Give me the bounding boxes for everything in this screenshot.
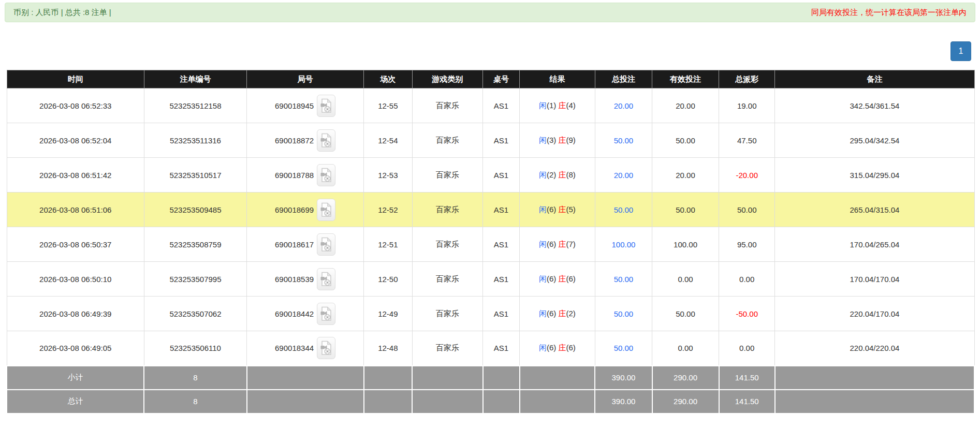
round-id-text: 690018699 — [275, 205, 314, 214]
video-record-button[interactable] — [317, 303, 335, 325]
result-banker-label: 庄 — [558, 309, 566, 318]
column-header-6: 结果 — [520, 70, 595, 88]
cell-result: 闲(3) 庄(9) — [520, 123, 595, 158]
cell-remark: 315.04/295.04 — [775, 158, 974, 193]
cell-time: 2026-03-08 06:50:37 — [7, 227, 144, 262]
cell-table-no: AS1 — [483, 227, 520, 262]
result-banker-label: 庄 — [558, 170, 566, 179]
result-banker-label: 庄 — [558, 343, 566, 352]
summary-row: 总计8390.00290.00141.50 — [7, 390, 974, 413]
cell-round-id: 690018539 — [247, 262, 364, 297]
cell-bet-id: 523253512158 — [144, 88, 246, 123]
cell-table-no: AS1 — [483, 88, 520, 123]
summary-valid-bet: 290.00 — [652, 390, 719, 413]
result-banker-count: (5) — [566, 205, 575, 214]
result-banker-label: 庄 — [558, 274, 566, 283]
video-record-icon — [320, 341, 332, 356]
cell-bet-id: 523253507062 — [144, 297, 246, 331]
cell-bet-total: 50.00 — [595, 123, 652, 158]
summary-payout: 141.50 — [719, 366, 775, 390]
column-header-10: 备注 — [775, 70, 974, 88]
cell-game-type: 百家乐 — [412, 158, 482, 193]
bet-total-link[interactable]: 20.00 — [614, 101, 634, 110]
summary-row: 小计8390.00290.00141.50 — [7, 366, 974, 390]
cell-bet-total: 100.00 — [595, 227, 652, 262]
cell-session: 12-55 — [364, 88, 412, 123]
bet-total-link[interactable]: 100.00 — [611, 240, 635, 249]
cell-session: 12-53 — [364, 158, 412, 193]
cell-payout: 47.50 — [719, 123, 775, 158]
result-player-label: 闲 — [539, 170, 547, 179]
cell-valid-bet: 100.00 — [652, 227, 719, 262]
cell-game-type: 百家乐 — [412, 193, 482, 227]
cell-result: 闲(2) 庄(8) — [520, 158, 595, 193]
video-record-button[interactable] — [317, 129, 335, 152]
video-record-button[interactable] — [317, 95, 335, 117]
summary-bet-total: 390.00 — [595, 366, 652, 390]
table-row: 2026-03-08 06:52:33523253512158690018945… — [7, 88, 974, 123]
cell-bet-id: 523253511316 — [144, 123, 246, 158]
summary-remark — [775, 366, 974, 390]
cell-bet-total: 50.00 — [595, 331, 652, 366]
summary-count: 8 — [144, 366, 246, 390]
round-id-text: 690018945 — [275, 101, 314, 110]
summary-session — [364, 366, 412, 390]
table-row: 2026-03-08 06:50:10523253507995690018539… — [7, 262, 974, 297]
table-row: 2026-03-08 06:49:05523253506110690018344… — [7, 331, 974, 366]
column-header-4: 游戏类别 — [412, 70, 482, 88]
cell-valid-bet: 50.00 — [652, 297, 719, 331]
pagination: 1 — [0, 41, 971, 61]
column-header-1: 注单编号 — [144, 70, 246, 88]
table-row: 2026-03-08 06:52:04523253511316690018872… — [7, 123, 974, 158]
video-record-icon — [320, 272, 332, 287]
cell-remark: 220.04/220.04 — [775, 331, 974, 366]
cell-table-no: AS1 — [483, 331, 520, 366]
cell-round-id: 690018872 — [247, 123, 364, 158]
round-id-with-video: 690018788 — [275, 164, 335, 186]
cell-time: 2026-03-08 06:51:06 — [7, 193, 144, 227]
cell-valid-bet: 20.00 — [652, 158, 719, 193]
cell-table-no: AS1 — [483, 262, 520, 297]
bet-records-table: 时间注单编号局号场次游戏类别桌号结果总投注有效投注总派彩备注 2026-03-0… — [6, 70, 975, 414]
video-record-button[interactable] — [317, 268, 335, 290]
cell-bet-total: 50.00 — [595, 193, 652, 227]
cell-valid-bet: 50.00 — [652, 193, 719, 227]
result-player-count: (3) — [547, 136, 559, 144]
valid-bet-notice-text: 同局有效投注，统一计算在该局第一张注单内 — [811, 8, 967, 18]
bet-total-link[interactable]: 20.00 — [614, 171, 634, 180]
currency-summary-bar: 币别 : 人民币 | 总共 :8 注单 | 同局有效投注，统一计算在该局第一张注… — [5, 3, 975, 22]
video-record-button[interactable] — [317, 199, 335, 221]
cell-result: 闲(6) 庄(6) — [520, 262, 595, 297]
cell-session: 12-51 — [364, 227, 412, 262]
cell-round-id: 690018788 — [247, 158, 364, 193]
bet-total-link[interactable]: 50.00 — [614, 309, 634, 318]
cell-valid-bet: 50.00 — [652, 123, 719, 158]
bet-total-link[interactable]: 50.00 — [614, 136, 634, 145]
cell-bet-total: 50.00 — [595, 297, 652, 331]
column-header-7: 总投注 — [595, 70, 652, 88]
table-row: 2026-03-08 06:49:39523253507062690018442… — [7, 297, 974, 331]
cell-game-type: 百家乐 — [412, 262, 482, 297]
table-row: 2026-03-08 06:51:42523253510517690018788… — [7, 158, 974, 193]
video-record-icon — [320, 237, 332, 252]
result-banker-label: 庄 — [558, 136, 566, 144]
cell-valid-bet: 0.00 — [652, 262, 719, 297]
cell-time: 2026-03-08 06:51:42 — [7, 158, 144, 193]
cell-game-type: 百家乐 — [412, 297, 482, 331]
video-record-button[interactable] — [317, 337, 335, 359]
summary-round — [247, 366, 364, 390]
summary-table-no — [483, 390, 520, 413]
page-1-button[interactable]: 1 — [950, 41, 971, 61]
cell-result: 闲(6) 庄(6) — [520, 331, 595, 366]
bet-total-link[interactable]: 50.00 — [614, 275, 634, 284]
video-record-button[interactable] — [317, 233, 335, 256]
summary-remark — [775, 390, 974, 413]
video-record-button[interactable] — [317, 164, 335, 186]
cell-payout: -50.00 — [719, 297, 775, 331]
result-banker-count: (2) — [566, 309, 575, 318]
cell-remark: 265.04/315.04 — [775, 193, 974, 227]
cell-payout: 19.00 — [719, 88, 775, 123]
cell-bet-id: 523253507995 — [144, 262, 246, 297]
bet-total-link[interactable]: 50.00 — [614, 205, 634, 214]
bet-total-link[interactable]: 50.00 — [614, 344, 634, 352]
